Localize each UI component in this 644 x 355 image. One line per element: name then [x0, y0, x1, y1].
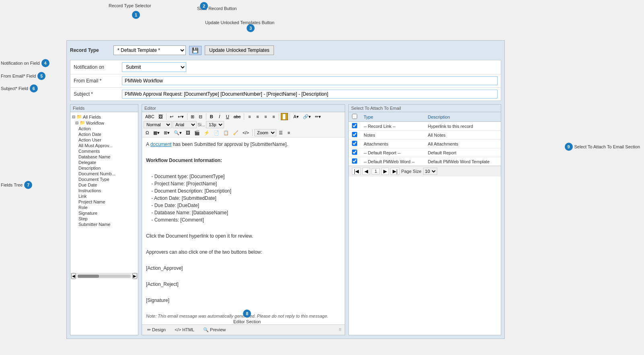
bubble-2: 2	[200, 2, 208, 10]
tree-item-description[interactable]: Description	[72, 165, 136, 171]
subject-input[interactable]	[122, 90, 498, 98]
tree-item-submitter[interactable]: Submitter Name	[72, 222, 136, 227]
tree-item-action-date[interactable]: Action Date	[72, 131, 136, 137]
tb-undo-arrow-btn[interactable]: ↩▾	[176, 113, 185, 120]
workflow-label: Workflow	[86, 121, 104, 125]
tb-align-left-btn[interactable]: ≡	[246, 113, 253, 120]
tree-item-duedate[interactable]: Due Date	[72, 182, 136, 188]
tb-img2-btn[interactable]: 🖼	[184, 129, 192, 136]
tree-item-signature[interactable]: Signature	[72, 210, 136, 216]
item-label: Delegate	[78, 160, 96, 165]
attach-row-2-type: Notes	[360, 131, 425, 140]
record-type-select[interactable]: * Default Template *	[113, 45, 186, 55]
tree-item-instructions[interactable]: Instructions	[72, 188, 136, 193]
tree-item-doctype[interactable]: Document Type	[72, 176, 136, 182]
tb-undo-btn[interactable]: ↩	[168, 113, 175, 120]
tb-sep-1	[166, 113, 167, 120]
tb-table2-btn[interactable]: ⊟	[197, 113, 204, 120]
tb-underline-btn[interactable]: U	[224, 113, 231, 120]
tb-link-btn[interactable]: 🔗▾	[301, 113, 313, 120]
tb-paste-btn[interactable]: 📋	[222, 129, 230, 136]
tb-align-center-btn[interactable]: ≡	[254, 113, 261, 120]
editor-content[interactable]: A document has been Submitted for approv…	[142, 137, 345, 324]
tree-item-link[interactable]: Link	[72, 193, 136, 199]
attach-row-3-checkbox[interactable]	[352, 141, 357, 146]
tb-align-justify-btn[interactable]: ≡	[270, 113, 277, 120]
preview-tab[interactable]: 🔍 Preview	[201, 326, 228, 334]
tb-img-btn[interactable]: 🖼	[157, 113, 165, 120]
tb-field-btn[interactable]: ⊞▾	[162, 129, 171, 136]
size-select[interactable]: 13px	[206, 121, 224, 128]
tree-workflow[interactable]: ⊟ 📁 Workflow	[72, 120, 136, 126]
tree-item-dbname[interactable]: Database Name	[72, 154, 136, 160]
page-next-btn[interactable]: ▶	[381, 168, 389, 175]
scroll-left-btn[interactable]: ◀	[71, 273, 76, 279]
page-prev-btn[interactable]: ◀	[362, 168, 370, 175]
tb-align-right-btn[interactable]: ≡	[262, 113, 269, 120]
fields-panel: Fields ⊟ 📁 All Fields ⊟ 📁 Workflow	[70, 104, 138, 335]
tb-flash-btn[interactable]: ⚡	[202, 129, 211, 136]
font-select[interactable]: Arial	[173, 121, 197, 128]
folder-icon-all: 📁	[76, 114, 82, 119]
tb-table-btn[interactable]: ⊞	[189, 113, 196, 120]
content-line1: A document has been Submitted for approv…	[146, 141, 341, 148]
scroll-right-btn[interactable]: ▶	[132, 273, 137, 279]
page-last-btn[interactable]: ▶|	[391, 168, 399, 175]
document-link[interactable]: document	[150, 142, 172, 147]
tb-sep-5	[279, 113, 279, 120]
tree-item-projectname[interactable]: Project Name	[72, 199, 136, 205]
attach-row-5-checkbox[interactable]	[352, 158, 357, 164]
tb-list-btn[interactable]: ☰	[277, 129, 284, 136]
attach-row-2-checkbox[interactable]	[352, 132, 357, 137]
tb-block-btn[interactable]: ▩▾	[152, 129, 161, 136]
notification-select[interactable]: Submit	[122, 62, 186, 72]
tree-item-action[interactable]: Action	[72, 126, 136, 131]
tb-source-btn[interactable]: </>	[241, 129, 251, 136]
page-first-btn[interactable]: |◀	[352, 168, 361, 175]
attach-select-all[interactable]	[352, 114, 357, 119]
annot-editor-section: 8 Editor Section	[233, 310, 261, 324]
tb-italic-btn[interactable]: I	[216, 113, 223, 120]
tb-media-btn[interactable]: 🎬	[193, 129, 202, 136]
tree-item-comments[interactable]: Comments	[72, 148, 136, 154]
tree-item-step[interactable]: Step	[72, 216, 136, 222]
tb-strikethrough-btn[interactable]: abc	[232, 113, 243, 120]
tb-clean-btn[interactable]: 🧹	[231, 129, 240, 136]
tb-highlight-btn[interactable]: ▊	[281, 113, 288, 120]
annot-fields-tree: Fields Tree 7	[1, 181, 32, 189]
tb-template-btn[interactable]: 📄	[212, 129, 221, 136]
html-tab[interactable]: </> HTML	[173, 326, 196, 333]
tree-item-all-must[interactable]: All Must Approv...	[72, 143, 136, 148]
from-email-input[interactable]	[122, 76, 498, 85]
design-label: Design	[152, 327, 166, 332]
tree-item-docnum[interactable]: Document Numb...	[72, 171, 136, 176]
bubble-5: 5	[37, 72, 45, 80]
editor-resize-handle[interactable]: ⠿	[339, 328, 342, 332]
tree-container[interactable]: ⊟ 📁 All Fields ⊟ 📁 Workflow Action Actio…	[70, 112, 138, 273]
tree-all-fields[interactable]: ⊟ 📁 All Fields	[72, 114, 136, 120]
bubble-4: 4	[41, 59, 49, 67]
tb-omega-btn[interactable]: Ω	[144, 129, 151, 136]
page-size-select[interactable]: 10 25 50	[423, 168, 437, 175]
attach-row-4-checkbox[interactable]	[352, 150, 357, 155]
tb-abc-btn[interactable]: ABC	[144, 113, 156, 120]
update-unlocked-templates-button[interactable]: Update Unlocked Templates	[205, 45, 274, 55]
tb-list2-btn[interactable]: ≡	[285, 129, 292, 136]
from-email-label: From Email *	[74, 78, 122, 84]
design-tab[interactable]: ✏ Design	[145, 326, 168, 334]
tree-item-action-user[interactable]: Action User	[72, 137, 136, 143]
save-record-button[interactable]: 💾	[189, 46, 202, 55]
tree-item-role[interactable]: Role	[72, 205, 136, 210]
tb-more-btn[interactable]: ✏▾	[313, 113, 323, 120]
tree-item-delegate[interactable]: Delegate	[72, 160, 136, 165]
size-label: Si...	[198, 122, 205, 127]
editor-header: Editor	[142, 105, 345, 112]
zoom-select[interactable]: Zoom	[254, 129, 276, 136]
attach-row-1-checkbox[interactable]	[352, 123, 357, 128]
item-label: Instructions	[78, 188, 101, 193]
tb-insert-btn[interactable]: 🔍▾	[172, 129, 183, 136]
notification-row: Notification on Submit	[70, 60, 501, 74]
format-select[interactable]: Normal	[144, 121, 172, 128]
tb-color-btn[interactable]: A▾	[292, 113, 300, 120]
tb-bold-btn[interactable]: B	[208, 113, 215, 120]
